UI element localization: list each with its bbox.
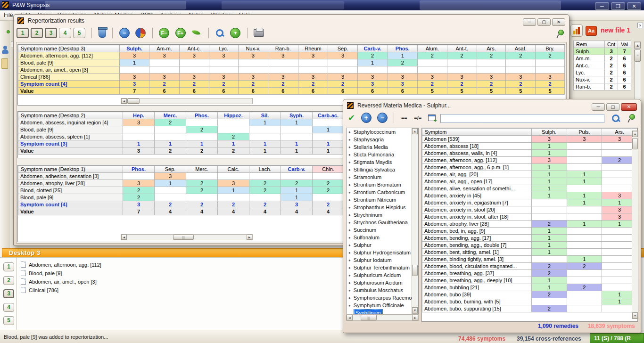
grade-cell[interactable]: 3 <box>123 201 155 208</box>
grade-cell[interactable]: 2 <box>417 52 447 59</box>
grade-cell[interactable] <box>155 126 186 133</box>
grade-cell[interactable]: 3 <box>238 52 268 59</box>
grade-cell[interactable] <box>209 66 238 74</box>
grade-cell[interactable]: 1 <box>567 220 602 228</box>
grade-cell[interactable]: 2 <box>531 291 567 298</box>
table-row[interactable]: Abdomen, binding tightly, amel. [3]1 <box>422 256 637 263</box>
remedy-list-item[interactable]: ●Symphoricarpus Racemosus <box>347 294 412 302</box>
remedy-list-item[interactable]: ●Stramonium <box>347 173 412 181</box>
row-label[interactable]: Clinical [786] <box>18 74 120 81</box>
column-header-label[interactable]: Symptom <box>422 129 532 136</box>
grade-cell[interactable] <box>417 66 447 74</box>
grade-cell[interactable]: 3 <box>155 173 186 180</box>
table-row[interactable]: Value3222111 <box>18 147 344 155</box>
remedy-list-item[interactable]: ●Strophanthus Hispidus <box>347 204 412 211</box>
remedy-column-header[interactable]: Rheum <box>298 45 328 52</box>
grade-cell[interactable] <box>567 164 602 171</box>
grade-cell[interactable]: 3 <box>477 74 506 81</box>
remedy-list-item[interactable]: ●Staphysagria <box>347 136 412 143</box>
remedy-column-header[interactable]: Carb-v. <box>357 45 388 52</box>
remedy-column-header[interactable]: Hippoz. <box>218 112 249 119</box>
pie-chart-icon[interactable] <box>135 28 146 38</box>
grade-cell[interactable]: 2 <box>447 81 477 88</box>
table-row[interactable]: Ant-c.26 <box>574 62 631 69</box>
grade-cell[interactable]: 6 <box>357 88 388 95</box>
row-label[interactable]: Lyc. <box>574 69 605 76</box>
minimize-button[interactable]: ─ <box>592 103 605 111</box>
table-row[interactable]: Abdomen, abscess, walls, in [4]1 <box>422 150 637 157</box>
grade-cell[interactable]: 2 <box>567 263 602 270</box>
grade-cell[interactable]: 3 <box>281 201 313 208</box>
remedy-list-item[interactable]: ●Strontium Nitricum <box>347 196 412 204</box>
remove-remedy-icon[interactable]: − <box>119 28 130 38</box>
remedy-column-header[interactable]: Ars. <box>477 45 506 52</box>
column-header-label[interactable]: Rem <box>574 41 605 48</box>
grade-cell[interactable] <box>531 206 567 213</box>
grade-cell[interactable]: 3 <box>123 180 155 187</box>
remedy-list-item[interactable]: ●Sticta Pulmonaria <box>347 151 412 158</box>
grade-cell[interactable]: 6 <box>209 88 238 95</box>
grade-cell[interactable] <box>567 157 602 164</box>
grade-cell[interactable]: 2 <box>155 147 186 155</box>
export-down-icon[interactable]: ▼ <box>230 28 240 38</box>
remedy-list-item[interactable]: ●Sulphurosum Acidum <box>347 279 412 286</box>
table-row[interactable]: Value7444444 <box>18 208 344 215</box>
grade-cell[interactable]: 3 <box>328 74 357 81</box>
row-label[interactable]: Abdomen, bending, agg., double [7] <box>422 242 532 249</box>
confirm-icon[interactable]: ✔ <box>348 113 355 122</box>
restore-button[interactable]: ❐ <box>611 2 625 10</box>
table-horizontal-scrollbar[interactable]: ◄ ||| ► <box>121 234 253 240</box>
side-dock-tab[interactable] <box>1 58 8 69</box>
rmm-table-vscrollbar[interactable]: ▲ ▼ <box>632 131 638 319</box>
remedy-column-header[interactable]: Calc. <box>218 166 249 173</box>
remedy-list-item[interactable]: ●Strychnos Gaultheriana <box>347 219 412 226</box>
grade-cell[interactable]: 1 <box>531 143 567 150</box>
remedy-list-item[interactable]: ●Strontium Bromatum <box>347 181 412 188</box>
grade-cell[interactable]: 3 <box>536 74 565 81</box>
grade-cell[interactable] <box>536 59 565 66</box>
grade-cell[interactable] <box>218 173 249 180</box>
maximize-button[interactable]: ▢ <box>606 103 619 111</box>
grade-cell[interactable] <box>531 256 567 263</box>
grade-cell[interactable] <box>238 66 268 74</box>
analysis-chart-button[interactable] <box>570 24 583 37</box>
grade-cell[interactable]: 7 <box>618 48 631 55</box>
remedy-column-header[interactable]: Lach. <box>249 166 281 173</box>
remedy-column-header[interactable]: Sulph. <box>531 129 567 136</box>
delete-icon[interactable] <box>99 28 106 38</box>
grade-cell[interactable]: 2 <box>536 52 565 59</box>
desktop-symptom-item[interactable]: Abdomen, air, amel., open [3] <box>21 278 97 286</box>
grade-cell[interactable]: 1 <box>531 284 567 291</box>
column-header-label[interactable]: Symptom name (Desktop 3) <box>18 45 120 52</box>
grade-cell[interactable] <box>567 228 602 235</box>
grade-cell[interactable]: 4 <box>155 208 186 215</box>
grade-cell[interactable] <box>218 194 249 201</box>
table-row[interactable]: Abdomen, bending, agg., double [7]1 <box>422 242 637 249</box>
grade-cell[interactable]: 1 <box>388 52 417 59</box>
grade-cell[interactable]: 2 <box>477 81 506 88</box>
grade-cell[interactable]: 5 <box>506 88 536 95</box>
table-row[interactable]: Blood, clotted [25]221212 <box>18 187 344 194</box>
family-remove-icon[interactable]: F− <box>159 28 169 38</box>
desktop-selector-1[interactable]: 1 <box>3 262 14 271</box>
grade-cell[interactable] <box>281 173 313 180</box>
row-label[interactable]: Abdomen, air, amel., open [3] <box>18 66 120 74</box>
row-label[interactable]: Ran-b. <box>574 83 605 90</box>
grade-cell[interactable] <box>123 173 155 180</box>
grade-cell[interactable]: 2 <box>268 81 298 88</box>
row-label[interactable]: Abdomen, adhesion, sensation [3] <box>18 173 123 180</box>
remedy-column-header[interactable]: Syph. <box>281 112 313 119</box>
remedy-column-header[interactable]: Val <box>618 41 631 48</box>
herb-edit-icon[interactable] <box>191 29 202 37</box>
row-label[interactable]: Nux-v. <box>574 76 605 83</box>
grade-cell[interactable]: 3 <box>119 81 149 88</box>
file-close-icon[interactable]: × <box>637 23 643 28</box>
grade-cell[interactable]: 2 <box>155 119 186 126</box>
grade-cell[interactable]: 2 <box>249 201 281 208</box>
grade-cell[interactable]: 1 <box>155 180 186 187</box>
pin-icon[interactable] <box>626 113 636 123</box>
grade-cell[interactable]: 4 <box>281 208 313 215</box>
row-label[interactable]: Abdomen, bending, agg. [17] <box>422 235 532 242</box>
row-label[interactable]: Abdomen, bubo [39] <box>422 291 532 298</box>
table-row[interactable]: Abdomen, anxiety in [45]113 <box>422 192 637 199</box>
